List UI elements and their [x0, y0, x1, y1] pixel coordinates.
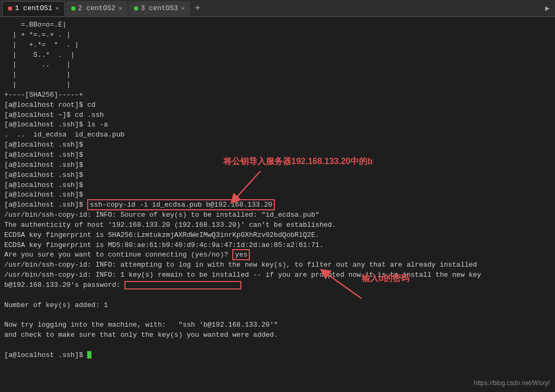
- tab-dot-1: [8, 6, 12, 11]
- terminal-line: | |: [4, 80, 551, 90]
- password-input[interactable]: [124, 281, 241, 289]
- terminal-line: | + *=.=.+ . |: [4, 30, 551, 40]
- terminal-line: [4, 310, 551, 320]
- terminal-line: The authenticity of host '192.168.133.20…: [4, 220, 551, 231]
- final-prompt-line: [a@localhost .ssh]$: [4, 351, 551, 361]
- tab-close-2[interactable]: ✕: [119, 5, 122, 12]
- tab-close-3[interactable]: ✕: [181, 5, 185, 12]
- tab-label-3: 3 centOS3: [141, 4, 178, 12]
- terminal-line: ECDSA key fingerprint is SHA256:Lzmtukzm…: [4, 231, 551, 241]
- terminal-line: /usr/bin/ssh-copy-id: INFO: attempting t…: [4, 260, 551, 270]
- terminal-line: | S..* . |: [4, 50, 551, 61]
- terminal-line: Number of key(s) added: 1: [4, 301, 551, 311]
- terminal-line: | .. |: [4, 60, 551, 70]
- ssh-copy-id-cmd: ssh-copy-id -i id_ecdsa.pub b@192.168.13…: [87, 199, 275, 210]
- terminal-line: =.BBo=o=.E|: [4, 20, 551, 30]
- tab-dot-2: [71, 6, 75, 11]
- terminal-line: [a@localhost root]$ cd: [4, 100, 551, 110]
- terminal-line: and check to make sure that only the key…: [4, 330, 551, 340]
- password-prompt-line: b@192.168.133.20's password:: [4, 280, 551, 291]
- terminal-line: [a@localhost .ssh]$: [4, 160, 551, 171]
- cursor: [87, 351, 91, 359]
- ssh-copy-id-line: [a@localhost .ssh]$ ssh-copy-id -i id_ec…: [4, 200, 551, 210]
- terminal-line: | |: [4, 70, 551, 80]
- terminal-line: | +.*= * . |: [4, 40, 551, 50]
- terminal-line: [a@localhost .ssh]$: [4, 140, 551, 150]
- tab-label-2: 2 centOS2: [78, 4, 115, 12]
- terminal-line: /usr/bin/ssh-copy-id: INFO: 1 key(s) rem…: [4, 270, 551, 280]
- tab-bar: 1 centOS1 ✕ 2 centOS2 ✕ 3 centOS3 ✕ + ▶: [0, 0, 555, 17]
- terminal-line: [a@localhost .ssh]$: [4, 171, 551, 181]
- terminal-line: /usr/bin/ssh-copy-id: INFO: Source of ke…: [4, 210, 551, 220]
- terminal-line: [4, 340, 551, 351]
- terminal-line: ECDSA key fingerprint is MD5:80:ae:61:b9…: [4, 241, 551, 251]
- terminal-line: [a@localhost .ssh]$: [4, 190, 551, 200]
- tab-add-button[interactable]: +: [191, 2, 204, 15]
- tab-centos3[interactable]: 3 centOS3 ✕: [129, 1, 190, 16]
- tab-centos2[interactable]: 2 centOS2 ✕: [66, 1, 128, 16]
- terminal-line: [a@localhost .ssh]$ ls -a: [4, 120, 551, 130]
- terminal-line: [4, 291, 551, 301]
- yes-input: yes: [232, 249, 250, 260]
- tab-scroll-right[interactable]: ▶: [542, 4, 553, 13]
- sha256-line: +----[SHA256]-----+: [4, 90, 551, 100]
- tab-close-1[interactable]: ✕: [55, 5, 59, 12]
- tab-label-1: 1 centOS1: [15, 4, 52, 12]
- terminal-line: [a@localhost ~]$ cd .ssh: [4, 110, 551, 121]
- terminal-line: [a@localhost .ssh]$: [4, 181, 551, 191]
- tab-centos1[interactable]: 1 centOS1 ✕: [2, 1, 65, 16]
- terminal-line: [a@localhost .ssh]$: [4, 150, 551, 160]
- terminal: =.BBo=o=.E| | + *=.=.+ . | | +.*= * . | …: [0, 17, 555, 392]
- url-bar: https://blog.csdn.net/Wsxyi: [474, 379, 550, 388]
- terminal-line: Now try logging into the machine, with: …: [4, 320, 551, 330]
- terminal-line: Are you sure you want to continue connec…: [4, 250, 551, 260]
- tab-dot-3: [134, 6, 138, 11]
- terminal-line: . .. id_ecdsa id_ecdsa.pub: [4, 130, 551, 140]
